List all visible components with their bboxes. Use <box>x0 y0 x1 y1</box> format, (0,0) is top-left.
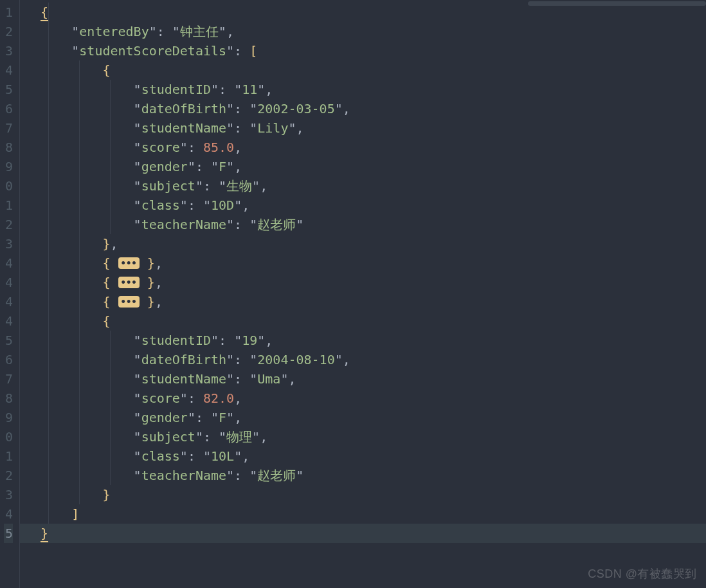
fold-icon[interactable]: ••• <box>118 257 140 269</box>
code-line[interactable]: "subject": "生物", <box>20 176 706 196</box>
json-string: 10D <box>211 198 234 213</box>
code-line[interactable]: "dateOfBirth": "2004-08-10", <box>20 350 706 369</box>
code-line-folded[interactable]: { ••• }, <box>20 273 706 292</box>
json-string: 19 <box>242 333 257 348</box>
json-key: class <box>141 448 180 464</box>
code-line[interactable]: "teacherName": "赵老师" <box>20 466 706 485</box>
line-number: 8 <box>4 389 13 408</box>
code-line[interactable]: "studentScoreDetails": [ <box>20 41 706 60</box>
line-number: 5 <box>4 524 13 543</box>
code-line[interactable]: "teacherName": "赵老师" <box>20 215 706 234</box>
json-number: 85.0 <box>203 140 234 155</box>
code-line[interactable]: { <box>20 3 706 22</box>
code-line[interactable]: { <box>20 311 706 331</box>
code-line[interactable]: } <box>20 485 706 504</box>
json-key: class <box>141 198 180 213</box>
line-number: 0 <box>4 176 13 196</box>
json-string: F <box>219 410 226 425</box>
json-key: subject <box>141 178 195 194</box>
code-line[interactable]: ] <box>20 504 706 524</box>
fold-icon[interactable]: ••• <box>118 277 140 288</box>
json-string: 物理 <box>226 429 252 445</box>
json-string: F <box>219 159 226 174</box>
json-string: 10L <box>211 448 234 464</box>
json-key: enteredBy <box>79 24 149 39</box>
code-line[interactable]: "studentName": "Lily", <box>20 118 706 138</box>
line-number: 4 <box>4 60 13 80</box>
line-number: 9 <box>4 157 13 176</box>
code-line-current[interactable]: } <box>20 524 706 543</box>
json-key: studentName <box>141 120 226 136</box>
line-number: 9 <box>4 408 13 427</box>
line-number: 2 <box>4 215 13 234</box>
line-number: 7 <box>4 369 13 389</box>
line-number: 6 <box>4 99 13 118</box>
line-number: 4 <box>4 311 13 331</box>
line-number: 4 <box>4 504 13 524</box>
line-number: 5 <box>4 331 13 350</box>
json-key: subject <box>141 429 195 445</box>
line-number: 4 <box>4 253 13 273</box>
line-number: 6 <box>4 350 13 369</box>
code-line-folded[interactable]: { ••• }, <box>20 292 706 311</box>
code-line[interactable]: "enteredBy": "钟主任", <box>20 22 706 41</box>
code-line[interactable]: "class": "10L", <box>20 446 706 466</box>
line-number: 5 <box>4 80 13 99</box>
line-number: 4 <box>4 292 13 311</box>
code-line[interactable]: "gender": "F", <box>20 157 706 176</box>
code-line[interactable]: "class": "10D", <box>20 196 706 215</box>
code-line[interactable]: }, <box>20 234 706 253</box>
json-string: 2004-08-10 <box>257 352 334 367</box>
code-area[interactable]: { "enteredBy": "钟主任", "studentScoreDetai… <box>19 0 706 588</box>
line-number: 3 <box>4 234 13 253</box>
brace-close: } <box>41 526 48 542</box>
json-key: gender <box>141 159 188 174</box>
line-number: 2 <box>4 466 13 485</box>
json-string: 赵老师 <box>257 217 296 232</box>
json-string: 2002-03-05 <box>257 101 334 116</box>
line-number: 4 <box>4 273 13 292</box>
code-editor[interactable]: 1234567890123444456789012345 { "enteredB… <box>0 0 706 588</box>
json-key: studentScoreDetails <box>79 43 226 59</box>
line-number: 3 <box>4 41 13 60</box>
json-string: Uma <box>257 371 280 387</box>
line-number: 3 <box>4 485 13 504</box>
brace-open: { <box>41 5 48 21</box>
json-key: teacherName <box>141 468 226 483</box>
code-line[interactable]: "studentName": "Uma", <box>20 369 706 389</box>
json-string: 11 <box>242 82 257 97</box>
json-key: studentID <box>141 333 211 348</box>
json-string: 赵老师 <box>257 468 296 483</box>
json-number: 82.0 <box>203 390 234 406</box>
line-number: 2 <box>4 22 13 41</box>
json-string: 钟主任 <box>180 24 219 39</box>
line-number: 1 <box>4 446 13 466</box>
line-number: 1 <box>4 196 13 215</box>
json-string: 生物 <box>226 178 252 194</box>
line-number: 7 <box>4 118 13 138</box>
json-key: studentID <box>141 82 211 97</box>
line-number-gutter: 1234567890123444456789012345 <box>0 0 19 588</box>
code-line[interactable]: "score": 85.0, <box>20 138 706 157</box>
code-line[interactable]: "score": 82.0, <box>20 389 706 408</box>
code-line[interactable]: "studentID": "19", <box>20 331 706 350</box>
json-string: Lily <box>257 120 288 136</box>
code-line[interactable]: "studentID": "11", <box>20 80 706 99</box>
code-line[interactable]: "dateOfBirth": "2002-03-05", <box>20 99 706 118</box>
json-key: gender <box>141 410 188 425</box>
code-line[interactable]: "subject": "物理", <box>20 427 706 446</box>
code-line[interactable]: "gender": "F", <box>20 408 706 427</box>
json-key: score <box>141 390 180 406</box>
json-key: studentName <box>141 371 226 387</box>
fold-icon[interactable]: ••• <box>118 296 140 308</box>
json-key: dateOfBirth <box>141 101 226 116</box>
json-key: dateOfBirth <box>141 352 226 367</box>
code-line-folded[interactable]: { ••• }, <box>20 253 706 273</box>
json-key: teacherName <box>141 217 226 232</box>
line-number: 8 <box>4 138 13 157</box>
line-number: 1 <box>4 3 13 22</box>
code-line[interactable]: { <box>20 60 706 80</box>
line-number: 0 <box>4 427 13 446</box>
json-key: score <box>141 140 180 155</box>
